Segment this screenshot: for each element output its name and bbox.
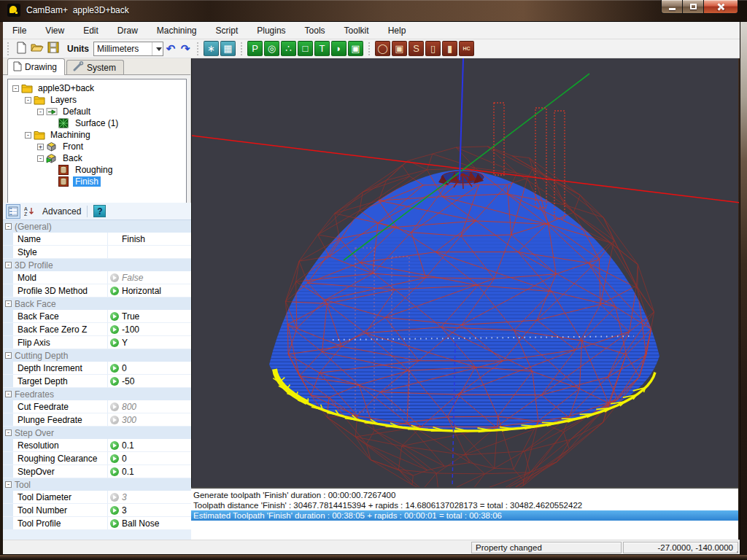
category-expander[interactable]: - xyxy=(5,391,12,397)
inherit-arrow-icon[interactable] xyxy=(110,493,119,502)
grid-toggle-icon[interactable]: ▦ xyxy=(220,41,236,56)
propgrid-category[interactable]: -Back Face xyxy=(3,298,191,310)
property-value-cell[interactable]: 0.1 xyxy=(108,465,191,478)
tab-drawing[interactable]: Drawing xyxy=(7,58,65,75)
menu-toolkit[interactable]: Toolkit xyxy=(335,23,379,39)
property-row-back-face[interactable]: Back FaceTrue xyxy=(3,310,191,323)
draw-rectangle-icon[interactable]: □ xyxy=(298,41,313,56)
inherit-arrow-icon[interactable] xyxy=(110,467,119,476)
draw-surface-icon[interactable]: ◗ xyxy=(331,41,347,56)
property-row-target-depth[interactable]: Target Depth-50 xyxy=(3,375,191,388)
tree-item-machining[interactable]: -Machining xyxy=(8,129,186,141)
inherit-arrow-icon[interactable] xyxy=(110,454,119,463)
property-value-cell[interactable]: 0.1 xyxy=(108,439,191,451)
property-row-flip-axis[interactable]: Flip AxisY xyxy=(3,336,191,349)
property-value-cell[interactable]: 300 xyxy=(108,413,191,426)
tree-expander[interactable]: - xyxy=(37,109,44,115)
menu-view[interactable]: View xyxy=(36,23,74,39)
inherit-arrow-icon[interactable] xyxy=(110,416,119,424)
draw-text-icon[interactable]: T xyxy=(314,41,330,56)
category-expander[interactable]: - xyxy=(5,262,12,268)
draw-points-icon[interactable]: ∴ xyxy=(281,41,296,56)
categorized-view-button[interactable] xyxy=(6,204,20,219)
inherit-arrow-icon[interactable] xyxy=(110,519,119,528)
property-value-cell[interactable]: 3 xyxy=(108,491,191,503)
log-line[interactable]: Estimated Toolpath 'Finish' duration : 0… xyxy=(191,510,738,521)
property-row-cut-feedrate[interactable]: Cut Feedrate800 xyxy=(3,400,191,413)
property-row-profile-3d-method[interactable]: Profile 3D MethodHorizontal xyxy=(3,284,191,298)
propgrid-category[interactable]: -Feedrates xyxy=(3,388,191,400)
undo-button[interactable]: ↶ xyxy=(163,42,178,56)
category-expander[interactable]: - xyxy=(5,429,12,436)
property-row-mold[interactable]: MoldFalse xyxy=(3,271,191,284)
menu-file[interactable]: File xyxy=(3,23,36,39)
tree-expander[interactable]: - xyxy=(25,132,31,139)
tree-expander[interactable]: - xyxy=(37,155,44,162)
resize-grip[interactable] xyxy=(730,545,739,553)
alphabetical-sort-button[interactable]: AZ xyxy=(22,204,36,219)
property-value-cell[interactable] xyxy=(108,246,191,258)
propgrid-category[interactable]: -Step Over xyxy=(3,427,191,439)
property-value-cell[interactable]: Horizontal xyxy=(108,284,191,297)
snap-points-icon[interactable]: ∗ xyxy=(204,41,219,56)
property-row-tool-profile[interactable]: Tool ProfileBall Nose xyxy=(3,517,191,530)
propgrid-category[interactable]: -Cutting Depth xyxy=(3,349,191,362)
property-row-stepover[interactable]: StepOver0.1 xyxy=(3,465,191,478)
category-expander[interactable]: - xyxy=(5,223,12,230)
property-row-roughing-clearance[interactable]: Roughing Clearance0 xyxy=(3,452,191,465)
inherit-arrow-icon[interactable] xyxy=(110,441,119,450)
property-row-tool-number[interactable]: Tool Number3 xyxy=(3,504,191,517)
property-value-cell[interactable]: 0 xyxy=(108,452,191,464)
log-line[interactable]: Toolpath distance 'Finish' : 30467.78144… xyxy=(191,500,738,510)
property-value-cell[interactable]: 800 xyxy=(108,400,191,413)
inherit-arrow-icon[interactable] xyxy=(110,506,119,515)
property-row-back-face-zero-z[interactable]: Back Face Zero Z-100 xyxy=(3,323,191,336)
open-file-button[interactable] xyxy=(29,41,45,57)
category-expander[interactable]: - xyxy=(5,300,12,307)
save-file-button[interactable] xyxy=(45,41,61,57)
tree-item-finish[interactable]: -Finish xyxy=(8,176,186,187)
inherit-arrow-icon[interactable] xyxy=(110,325,119,334)
inherit-arrow-icon[interactable] xyxy=(110,338,119,347)
draw-circle-icon[interactable]: ◎ xyxy=(264,41,279,56)
property-row-name[interactable]: NameFinish xyxy=(3,233,191,246)
propgrid-category[interactable]: -Tool xyxy=(3,478,191,491)
tree-expander[interactable]: + xyxy=(37,144,44,150)
help-button[interactable]: ? xyxy=(93,205,106,217)
property-row-tool-diameter[interactable]: Tool Diameter3 xyxy=(3,491,191,504)
mop-lathe-icon[interactable]: ▮ xyxy=(442,41,457,56)
propgrid-category[interactable]: -(General) xyxy=(3,220,191,233)
viewport-3d[interactable] xyxy=(191,58,738,487)
mop-heightmap-icon[interactable]: HC xyxy=(459,41,474,56)
mop-pocket-icon[interactable]: ▣ xyxy=(392,41,407,56)
advanced-button[interactable]: Advanced xyxy=(42,206,81,217)
property-value-cell[interactable]: 3 xyxy=(108,504,191,516)
maximize-button[interactable] xyxy=(683,0,704,14)
property-value-cell[interactable]: Finish xyxy=(108,233,191,245)
mop-profile-icon[interactable]: ◯ xyxy=(375,41,390,56)
inherit-arrow-icon[interactable] xyxy=(110,364,119,373)
menu-plugins[interactable]: Plugins xyxy=(247,23,295,39)
tree-expander[interactable]: - xyxy=(12,85,19,92)
menu-draw[interactable]: Draw xyxy=(108,23,147,39)
close-button[interactable] xyxy=(704,0,738,14)
property-value-cell[interactable]: Ball Nose xyxy=(108,517,191,529)
property-value-cell[interactable]: True xyxy=(108,310,191,322)
property-row-resolution[interactable]: Resolution0.1 xyxy=(3,439,191,452)
tree-item-apple3d-back[interactable]: -apple3D+back xyxy=(8,82,186,94)
inherit-arrow-icon[interactable] xyxy=(110,377,119,386)
inherit-arrow-icon[interactable] xyxy=(110,273,119,282)
mop-drill-icon[interactable]: ▯ xyxy=(425,41,441,56)
inherit-arrow-icon[interactable] xyxy=(110,312,119,321)
menu-help[interactable]: Help xyxy=(379,23,416,39)
menu-tools[interactable]: Tools xyxy=(295,23,335,39)
property-value-cell[interactable]: -100 xyxy=(108,323,191,335)
menu-script[interactable]: Script xyxy=(206,23,248,39)
property-value-cell[interactable]: Y xyxy=(108,336,191,349)
draw-polyline-icon[interactable]: P xyxy=(247,41,263,56)
draw-3d-object-icon[interactable]: ▣ xyxy=(348,41,363,56)
tree-item-default[interactable]: -Default xyxy=(8,106,186,117)
new-file-button[interactable] xyxy=(13,41,29,57)
property-row-style[interactable]: Style xyxy=(3,246,191,259)
propgrid-category[interactable]: -3D Profile xyxy=(3,259,191,271)
